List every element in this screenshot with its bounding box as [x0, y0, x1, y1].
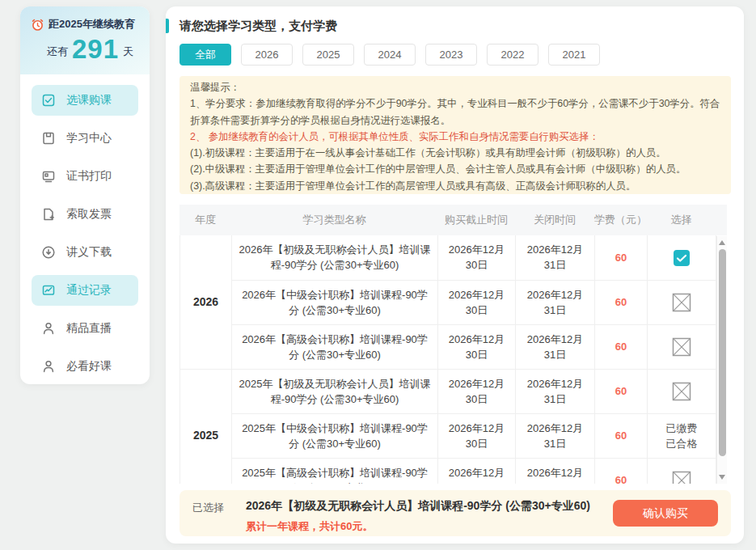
course-name: 2026年【高级会计职称】培训课程-90学分 (公需30+专业60)	[232, 324, 438, 369]
buy-deadline: 2026年12月30日	[438, 324, 516, 369]
year-tabs: 全部 2026 2025 2024 2023 2022 2021	[179, 44, 731, 66]
close-time: 2026年12月31日	[516, 324, 595, 369]
scrollbar-down-arrow-icon[interactable]	[719, 475, 725, 480]
sidebar-item-label: 选课购课	[66, 93, 112, 108]
table-row: 2026 2026年【初级及无职称会计人员】培训课程-90学分 (公需30+专业…	[180, 235, 716, 280]
sidebar-item-study-center[interactable]: 学习中心	[32, 123, 138, 154]
course-name: 2025年【初级及无职称会计人员】培训课程-90学分 (公需30+专业60)	[232, 369, 438, 413]
course-table: 年度 学习类型名称 购买截止时间 关闭时间 学费（元） 选择 2026 2026…	[179, 205, 727, 484]
notice-line: (3).高级课程：主要适用于管理单位会计工作的高层管理人员或具有高级、正高级会计…	[190, 178, 720, 194]
close-time: 2026年12月31日	[516, 458, 595, 484]
tab-2024[interactable]: 2024	[364, 44, 416, 66]
fee-value: 60	[595, 324, 648, 369]
total-note: 累计一年课程，共计60元。	[246, 519, 590, 534]
fee-value: 60	[595, 458, 648, 484]
main-panel: 请您选择学习类型，支付学费 全部 2026 2025 2024 2023 202…	[166, 6, 744, 544]
buy-deadline: 2026年12月30日	[438, 413, 516, 458]
fee-value: 60	[595, 235, 648, 280]
notice-line: 温馨提示：	[190, 79, 720, 95]
checkbox-checked[interactable]	[674, 250, 690, 266]
header-select: 选择	[647, 213, 716, 227]
scrollbar-up-arrow-icon[interactable]	[719, 240, 725, 245]
course-name: 2026年【中级会计职称】培训课程-90学分 (公需30+专业60)	[232, 280, 438, 324]
tab-2025[interactable]: 2025	[302, 44, 354, 66]
table-row: 2025年【中级会计职称】培训课程-90学分 (公需30+专业60) 2026年…	[180, 413, 716, 458]
select-cell	[648, 324, 716, 369]
notice-box: 温馨提示： 1、学分要求：参加继续教育取得的学分不少于90学分。其中，专业科目一…	[179, 76, 731, 194]
countdown-title: 距2025年继续教育	[49, 17, 135, 32]
alarm-clock-icon	[31, 18, 44, 32]
table-body: 2026 2026年【初级及无职称会计人员】培训课程-90学分 (公需30+专业…	[179, 235, 727, 484]
recommended-course-icon	[41, 359, 56, 374]
sidebar-item-label: 学习中心	[66, 131, 112, 146]
live-stream-icon	[41, 321, 56, 336]
handout-download-icon	[41, 245, 56, 260]
tab-2026[interactable]: 2026	[241, 44, 293, 66]
scrollbar-track[interactable]	[716, 236, 727, 484]
buy-deadline: 2026年12月30日	[438, 458, 516, 484]
header-buy-deadline: 购买截止时间	[437, 213, 515, 227]
purchase-footer: 已选择 2026年【初级及无职称会计人员】培训课程-90学分 (公需30+专业6…	[179, 490, 731, 536]
confirm-purchase-button[interactable]: 确认购买	[613, 500, 718, 527]
countdown-number: 291	[72, 34, 119, 64]
scrollbar-thumb[interactable]	[719, 249, 726, 456]
notice-line-highlight: 2、 参加继续教育的会计人员，可根据其单位性质、实际工作和自身情况需要自行购买选…	[190, 129, 720, 145]
table-row: 2026年【高级会计职称】培训课程-90学分 (公需30+专业60) 2026年…	[180, 324, 716, 369]
sidebar: 距2025年继续教育 还有291天 选课购课 学习中心 证书打印 索	[20, 6, 150, 384]
fee-value: 60	[595, 413, 648, 458]
checkbox-disabled	[672, 293, 691, 312]
sidebar-item-certificate-print[interactable]: 证书打印	[32, 161, 138, 192]
sidebar-item-recommended-course[interactable]: 必看好课	[32, 351, 138, 382]
year-group-2025: 2025	[180, 369, 232, 484]
course-name: 2025年【高级会计职称】培训课程-90学分 (公需30+专业60)	[232, 458, 438, 484]
close-time: 2026年12月31日	[516, 413, 595, 458]
course-name: 2025年【中级会计职称】培训课程-90学分 (公需30+专业60)	[232, 413, 438, 458]
sidebar-item-label: 证书打印	[66, 169, 112, 184]
checkbox-disabled	[672, 337, 691, 357]
selected-course: 2026年【初级及无职称会计人员】培训课程-90学分 (公需30+专业60)	[246, 499, 590, 514]
sidebar-item-handout-download[interactable]: 讲义下载	[32, 237, 138, 268]
paid-status: 已缴费 已合格	[654, 421, 709, 451]
select-cell	[648, 235, 716, 280]
sidebar-item-pass-record[interactable]: 通过记录	[32, 275, 138, 306]
close-time: 2026年12月31日	[516, 369, 595, 413]
select-cell	[648, 458, 716, 484]
checkbox-disabled	[672, 471, 691, 484]
certificate-print-icon	[41, 169, 56, 184]
checkbox-disabled	[672, 382, 691, 401]
header-close-time: 关闭时间	[515, 213, 594, 227]
sidebar-item-invoice[interactable]: 索取发票	[32, 199, 138, 230]
tab-all[interactable]: 全部	[179, 44, 231, 66]
select-cell: 已缴费 已合格	[648, 413, 716, 458]
buy-deadline: 2026年12月30日	[438, 369, 516, 413]
tab-2021[interactable]: 2021	[548, 44, 600, 66]
header-course-name: 学习类型名称	[231, 213, 437, 227]
table-row: 2025年【高级会计职称】培训课程-90学分 (公需30+专业60) 2026年…	[180, 458, 716, 484]
page-title: 请您选择学习类型，支付学费	[179, 19, 337, 34]
table-header: 年度 学习类型名称 购买截止时间 关闭时间 学费（元） 选择	[179, 205, 727, 235]
tab-2023[interactable]: 2023	[425, 44, 477, 66]
fee-value: 60	[595, 369, 648, 413]
year-group-2026: 2026	[180, 235, 232, 369]
close-time: 2026年12月31日	[516, 280, 595, 324]
table-row: 2026年【中级会计职称】培训课程-90学分 (公需30+专业60) 2026年…	[180, 280, 716, 324]
sidebar-item-live-stream[interactable]: 精品直播	[32, 313, 138, 344]
notice-line: (2).中级课程：主要适用于管理单位会计工作的中层管理人员、会计主管人员或具有会…	[190, 161, 720, 177]
sidebar-item-label: 索取发票	[66, 207, 112, 222]
notice-line: (1).初级课程：主要适用于在一线从事会计基础工作（无会计职称）或具有助理会计师…	[190, 145, 720, 161]
tab-2022[interactable]: 2022	[487, 44, 538, 66]
header-year: 年度	[179, 213, 231, 227]
study-center-icon	[41, 131, 56, 146]
sidebar-item-course-select[interactable]: 选课购课	[32, 85, 138, 116]
course-name: 2026年【初级及无职称会计人员】培训课程-90学分 (公需30+专业60)	[232, 235, 438, 280]
buy-deadline: 2026年12月30日	[438, 280, 516, 324]
countdown-days: 还有291天	[31, 34, 150, 65]
select-cell	[648, 280, 716, 324]
sidebar-item-label: 精品直播	[66, 321, 112, 336]
sidebar-item-label: 讲义下载	[66, 245, 112, 260]
title-accent-bar	[166, 19, 169, 33]
course-select-icon	[41, 93, 56, 108]
invoice-icon	[41, 207, 56, 222]
fee-value: 60	[595, 280, 648, 324]
select-cell	[648, 369, 716, 413]
